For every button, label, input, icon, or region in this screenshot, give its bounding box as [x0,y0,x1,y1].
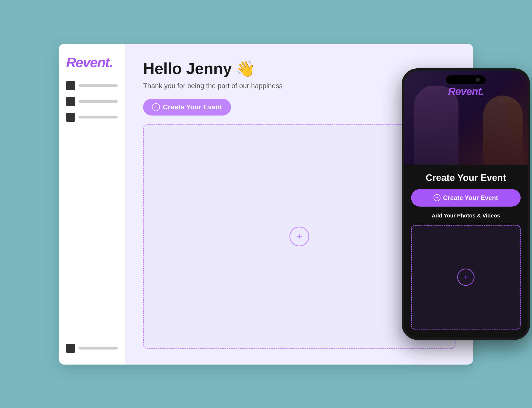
nav-icon-3 [66,113,75,122]
create-btn-icon: + [152,103,160,111]
phone-camera [476,78,480,82]
silhouette-right [483,96,523,165]
phone-logo: Revent. [448,86,484,97]
sidebar-nav [66,81,118,122]
sidebar-bottom [66,344,118,353]
sidebar: Revent. [59,44,125,365]
phone-create-title: Create Your Event [411,173,521,183]
outer-wrapper: Revent. [22,24,510,384]
nav-icon-1 [66,81,75,90]
nav-item-3[interactable] [66,113,118,122]
silhouette-left [414,86,458,165]
phone-notch [446,75,486,84]
nav-line-3 [78,116,118,118]
phone-create-btn-label: Create Your Event [443,194,498,202]
phone-hero: Revent. [404,71,528,165]
create-btn-label: Create Your Event [163,103,222,111]
phone-hero-bg [404,71,528,165]
sidebar-bottom-line [78,347,118,350]
phone-upload-zone[interactable]: + [411,225,521,330]
greeting-text: Hello Jenny [143,59,232,78]
wave-emoji: 👋 [236,59,255,78]
sidebar-logo-area: Revent. [66,56,118,69]
phone-btn-icon: + [434,194,440,201]
phone-upload-label: Add Your Photos & Videos [411,213,521,219]
nav-icon-2 [66,97,75,106]
nav-item-1[interactable] [66,81,118,90]
sidebar-bottom-icon [66,344,75,353]
nav-line-1 [78,84,118,87]
sidebar-logo: Revent. [66,55,113,70]
phone-inner: Revent. Create Your Event + Create Your … [404,71,528,337]
nav-line-2 [78,100,118,103]
upload-plus-icon: + [289,227,309,246]
phone-content: Create Your Event + Create Your Event Ad… [404,165,528,337]
phone-create-event-button[interactable]: + Create Your Event [411,189,521,207]
create-event-button[interactable]: + Create Your Event [143,99,231,116]
phone-upload-plus-icon: + [457,269,475,286]
silhouette-container [404,71,528,165]
nav-item-2[interactable] [66,97,118,106]
phone-mockup: Revent. Create Your Event + Create Your … [402,68,530,340]
